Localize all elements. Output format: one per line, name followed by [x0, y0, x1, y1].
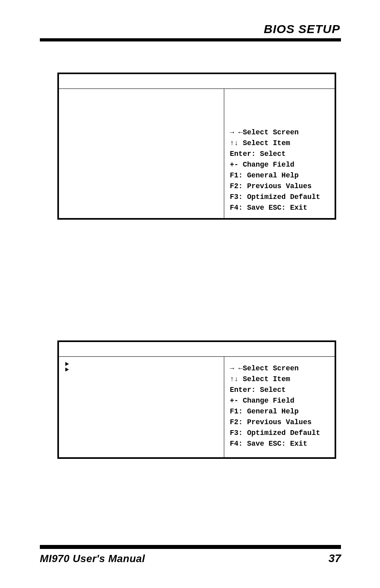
panel-1-content: [59, 89, 224, 218]
submenu-item[interactable]: [65, 362, 220, 366]
help-select-item: ↑↓ Select Item: [230, 374, 330, 385]
help-f3: F3: Optimized Default: [230, 428, 330, 439]
bios-panel-2: → ←Select Screen ↑↓ Select Item Enter: S…: [57, 340, 336, 459]
page-number: 37: [329, 552, 341, 565]
bios-panel-1: → ←Select Screen ↑↓ Select Item Enter: S…: [57, 73, 336, 220]
help-select-item: ↑↓ Select Item: [230, 138, 330, 149]
section-title: BIOS SETUP: [264, 22, 340, 36]
triangle-right-icon: [65, 367, 69, 372]
help-f3: F3: Optimized Default: [230, 192, 330, 203]
help-select-item-label: Select Item: [239, 139, 290, 147]
submenu-item[interactable]: [65, 367, 220, 372]
panel-2-help: → ←Select Screen ↑↓ Select Item Enter: S…: [224, 357, 335, 457]
help-f4: F4: Save ESC: Exit: [230, 203, 330, 213]
panel-1-header: [59, 74, 335, 89]
svg-marker-1: [65, 368, 69, 372]
help-enter: Enter: Select: [230, 385, 330, 395]
top-divider: [40, 38, 341, 41]
help-f4: F4: Save ESC: Exit: [230, 439, 330, 449]
help-select-item-label: Select Item: [239, 375, 290, 383]
panel-2-header: [59, 342, 335, 357]
help-enter: Enter: Select: [230, 149, 330, 159]
help-f2: F2: Previous Values: [230, 417, 330, 428]
svg-marker-0: [65, 362, 69, 366]
bottom-divider: [40, 545, 341, 549]
help-select-screen: → ←Select Screen: [230, 127, 330, 138]
panel-1-help: → ←Select Screen ↑↓ Select Item Enter: S…: [224, 89, 335, 218]
help-change-field: +- Change Field: [230, 395, 330, 406]
help-select-screen-label: Select Screen: [243, 364, 298, 372]
arrow-left-right-icon: → ←: [230, 128, 243, 136]
help-f2: F2: Previous Values: [230, 181, 330, 192]
arrow-up-down-icon: ↑↓: [230, 375, 239, 383]
help-select-screen: → ←Select Screen: [230, 363, 330, 374]
help-change-field: +- Change Field: [230, 159, 330, 170]
page-footer: MI970 User's Manual 37: [40, 552, 341, 565]
help-f1: F1: General Help: [230, 406, 330, 417]
triangle-right-icon: [65, 362, 69, 366]
panel-2-content: [59, 357, 224, 457]
arrow-left-right-icon: → ←: [230, 364, 243, 372]
help-f1: F1: General Help: [230, 170, 330, 181]
arrow-up-down-icon: ↑↓: [230, 139, 239, 147]
help-select-screen-label: Select Screen: [243, 128, 298, 136]
manual-title: MI970 User's Manual: [40, 553, 145, 565]
